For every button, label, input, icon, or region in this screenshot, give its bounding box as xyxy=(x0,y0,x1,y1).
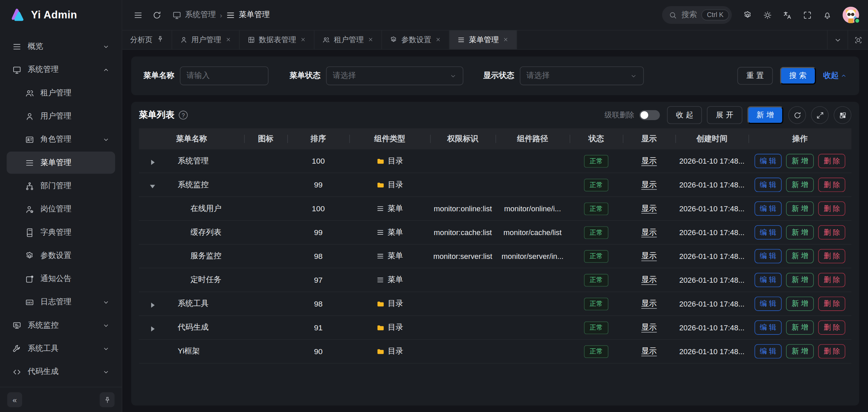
display-link[interactable]: 显示 xyxy=(641,299,657,308)
help-icon[interactable]: ? xyxy=(179,111,188,119)
edit-button[interactable]: 编辑 xyxy=(754,320,782,335)
breadcrumb-item-system-admin[interactable]: 系统管理 xyxy=(172,10,216,20)
row-add-button[interactable]: 新增 xyxy=(786,225,814,240)
row-add-button[interactable]: 新增 xyxy=(786,297,814,311)
delete-button[interactable]: 删除 xyxy=(818,201,846,216)
reset-button[interactable]: 重置 xyxy=(738,67,773,85)
edit-button[interactable]: 编辑 xyxy=(754,297,782,311)
row-add-button[interactable]: 新增 xyxy=(786,320,814,335)
user-avatar[interactable] xyxy=(842,7,859,23)
display-link[interactable]: 显示 xyxy=(641,323,657,331)
display-link[interactable]: 显示 xyxy=(641,227,657,236)
delete-button[interactable]: 删除 xyxy=(818,154,846,168)
delete-button[interactable]: 删除 xyxy=(818,249,846,263)
expand-row-icon[interactable] xyxy=(148,324,155,331)
theme-toggle-button[interactable] xyxy=(758,6,776,24)
tab-dropdown-button[interactable] xyxy=(827,30,848,49)
tab-datatable-admin[interactable]: 数据表管理 xyxy=(239,30,314,49)
sidebar-item-code-gen[interactable]: 代码生成 xyxy=(7,361,115,383)
sidebar-collapse-button[interactable]: « xyxy=(7,392,22,407)
tab-analysis[interactable]: 分析页 xyxy=(122,30,172,49)
row-add-button[interactable]: 新增 xyxy=(786,178,814,192)
delete-button[interactable]: 删除 xyxy=(818,178,846,192)
delete-button[interactable]: 删除 xyxy=(818,320,846,335)
expand-all-button[interactable]: 展开 xyxy=(707,106,742,124)
tab-tenant-admin[interactable]: 租户管理 xyxy=(315,30,382,49)
tab-maximize-button[interactable] xyxy=(848,30,868,49)
sidebar-item-menu-admin[interactable]: 菜单管理 xyxy=(7,152,115,174)
refresh-button[interactable] xyxy=(148,6,165,24)
sidebar-item-role-admin[interactable]: 角色管理 xyxy=(7,128,115,150)
logo[interactable]: Yi Admin xyxy=(0,0,122,30)
delete-button[interactable]: 删除 xyxy=(818,273,846,287)
close-icon[interactable] xyxy=(225,36,231,44)
collapse-filter-link[interactable]: 收起 xyxy=(823,71,847,81)
edit-button[interactable]: 编辑 xyxy=(754,225,782,240)
edit-button[interactable]: 编辑 xyxy=(754,344,782,359)
sidebar-item-user-admin[interactable]: 用户管理 xyxy=(7,105,115,127)
table-columns-button[interactable] xyxy=(834,106,851,124)
search-button[interactable]: 搜索 xyxy=(780,67,816,85)
cell-name: 系统管理 xyxy=(139,156,244,166)
display-link[interactable]: 显示 xyxy=(641,203,657,212)
sidebar-item-tenant-admin[interactable]: 租户管理 xyxy=(7,82,115,104)
breadcrumb-item-menu-admin[interactable]: 菜单管理 xyxy=(226,10,270,20)
add-button[interactable]: 新增 xyxy=(747,106,783,124)
row-add-button[interactable]: 新增 xyxy=(786,273,814,287)
row-add-button[interactable]: 新增 xyxy=(786,154,814,168)
row-add-button[interactable]: 新增 xyxy=(786,249,814,263)
sidebar-item-system-tools[interactable]: 系统工具 xyxy=(7,337,115,360)
close-icon[interactable] xyxy=(300,36,306,44)
language-button[interactable] xyxy=(778,6,796,24)
sidebar-item-log-admin[interactable]: DEV日志管理 xyxy=(7,291,115,313)
display-link[interactable]: 显示 xyxy=(641,180,657,189)
row-add-button[interactable]: 新增 xyxy=(786,344,814,359)
edit-button[interactable]: 编辑 xyxy=(754,201,782,216)
display-link[interactable]: 显示 xyxy=(641,346,657,355)
menu-name-input[interactable]: 请输入 xyxy=(180,66,269,85)
settings-button[interactable] xyxy=(738,6,756,24)
sidebar-item-dept-admin[interactable]: 部门管理 xyxy=(7,175,115,197)
fullscreen-button[interactable] xyxy=(798,6,816,24)
sidebar-item-dict-admin[interactable]: 字典管理 xyxy=(7,221,115,244)
delete-button[interactable]: 删除 xyxy=(818,225,846,240)
menu-name: 系统监控 xyxy=(178,180,209,189)
display-link[interactable]: 显示 xyxy=(641,251,657,260)
sidebar-item-notice[interactable]: 通知公告 xyxy=(7,268,115,290)
tab-param-settings[interactable]: 参数设置 xyxy=(382,30,449,49)
table-refresh-button[interactable] xyxy=(788,106,806,124)
edit-button[interactable]: 编辑 xyxy=(754,154,782,168)
close-icon[interactable] xyxy=(503,36,509,44)
sidebar-item-post-admin[interactable]: 岗位管理 xyxy=(7,198,115,220)
display-link[interactable]: 显示 xyxy=(641,156,657,165)
delete-button[interactable]: 删除 xyxy=(818,297,846,311)
close-icon[interactable] xyxy=(435,36,441,44)
edit-button[interactable]: 编辑 xyxy=(754,178,782,192)
pin-icon[interactable] xyxy=(156,35,163,44)
tab-user-admin[interactable]: 用户管理 xyxy=(172,30,239,49)
edit-button[interactable]: 编辑 xyxy=(754,273,782,287)
global-search[interactable]: 搜索 Ctrl K xyxy=(662,6,732,24)
menu-toggle-button[interactable] xyxy=(129,6,147,24)
sidebar-pin-button[interactable] xyxy=(100,392,115,407)
sidebar-item-overview[interactable]: 概览 xyxy=(7,35,115,57)
menu-status-select[interactable]: 请选择 xyxy=(326,66,463,85)
expand-row-icon[interactable] xyxy=(148,300,155,307)
table-fullscreen-button[interactable] xyxy=(811,106,829,124)
display-link[interactable]: 显示 xyxy=(641,275,657,284)
show-status-select[interactable]: 请选择 xyxy=(520,66,644,85)
collapse-row-icon[interactable] xyxy=(148,181,155,188)
sidebar-item-param-settings[interactable]: 参数设置 xyxy=(7,245,115,267)
row-add-button[interactable]: 新增 xyxy=(786,201,814,216)
tab-label: 数据表管理 xyxy=(259,35,296,45)
expand-row-icon[interactable] xyxy=(148,158,155,164)
edit-button[interactable]: 编辑 xyxy=(754,249,782,263)
collapse-all-button[interactable]: 收起 xyxy=(667,106,702,124)
close-icon[interactable] xyxy=(368,36,374,44)
notifications-button[interactable] xyxy=(818,6,836,24)
sidebar-item-system-admin[interactable]: 系统管理 xyxy=(7,59,115,81)
sidebar-item-system-monitor[interactable]: 系统监控 xyxy=(7,314,115,336)
delete-button[interactable]: 删除 xyxy=(818,344,846,359)
tab-menu-admin[interactable]: 菜单管理 xyxy=(450,30,517,49)
cascade-delete-toggle[interactable] xyxy=(639,110,660,120)
